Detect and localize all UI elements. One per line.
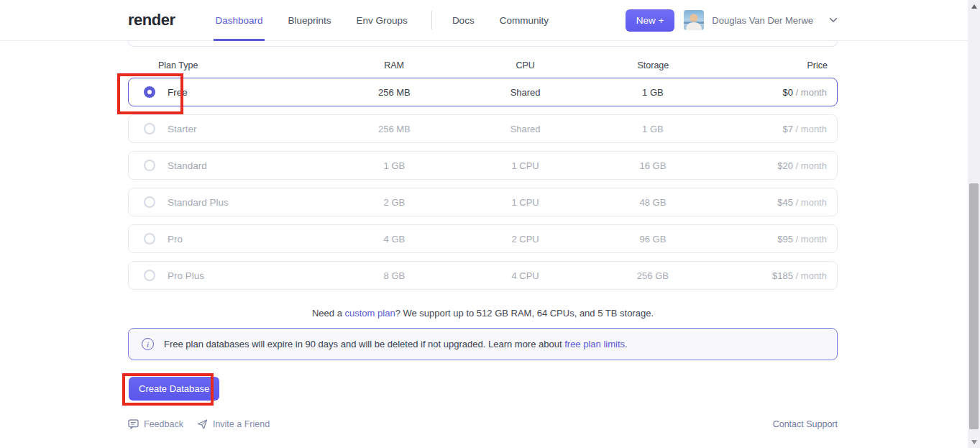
cpu-cell: 4 CPU: [462, 270, 589, 281]
plan-label: Pro: [168, 234, 183, 244]
plan-cell: Starter: [129, 123, 327, 134]
price-suffix: / month: [796, 270, 827, 281]
plan-cell: Free: [129, 86, 327, 98]
price-value: $0: [783, 87, 793, 98]
free-plan-info-banner: i Free plan databases will expire in 90 …: [128, 328, 838, 360]
plan-table-header: Plan Type RAM CPU Storage Price: [128, 60, 838, 70]
custom-plan-text-after: ? We support up to 512 GB RAM, 64 CPUs, …: [395, 308, 654, 319]
plan-row-starter[interactable]: Starter 256 MB Shared 1 GB $7 / month: [128, 114, 838, 143]
plan-radio[interactable]: [144, 196, 155, 208]
cpu-cell: 1 CPU: [462, 160, 589, 171]
plan-radio[interactable]: [144, 270, 155, 281]
custom-plan-note: Need a custom plan? We support up to 512…: [128, 308, 838, 319]
custom-plan-text-before: Need a: [312, 308, 345, 319]
ram-cell: 256 MB: [327, 87, 462, 98]
nav-link-dashboard[interactable]: Dashboard: [214, 0, 264, 41]
invite-friend-link[interactable]: Invite a Friend: [197, 419, 270, 429]
plan-row-standard[interactable]: Standard 1 GB 1 CPU 16 GB $20 / month: [128, 151, 838, 180]
storage-cell: 256 GB: [589, 270, 716, 281]
cpu-cell: Shared: [462, 87, 589, 98]
price-suffix: / month: [796, 160, 827, 171]
previous-section-cutoff: [128, 41, 838, 47]
price-suffix: / month: [796, 87, 827, 98]
plan-label: Standard: [168, 160, 207, 171]
user-name[interactable]: Douglas Van Der Merwe: [712, 15, 813, 26]
user-avatar[interactable]: [684, 10, 704, 30]
storage-cell: 16 GB: [589, 160, 716, 171]
plan-label: Pro Plus: [168, 270, 204, 281]
price-cell: $45 / month: [717, 197, 837, 208]
feedback-link[interactable]: Feedback: [128, 419, 183, 429]
invite-friend-label: Invite a Friend: [213, 419, 270, 429]
price-cell: $185 / month: [717, 270, 837, 281]
create-database-button[interactable]: Create Database: [129, 377, 219, 401]
contact-support-label: Contact Support: [773, 419, 838, 429]
main-content: Plan Type RAM CPU Storage Price Free 256…: [128, 41, 838, 429]
custom-plan-link[interactable]: custom plan: [345, 308, 395, 319]
plan-cell: Pro Plus: [129, 270, 327, 281]
plan-radio[interactable]: [144, 233, 155, 244]
banner-text-before: Free plan databases will expire in 90 da…: [164, 339, 564, 349]
price-suffix: / month: [796, 124, 827, 134]
plan-radio[interactable]: [144, 86, 155, 98]
price-value: $45: [777, 197, 793, 208]
price-cell: $0 / month: [717, 87, 837, 98]
plan-row-pro[interactable]: Pro 4 GB 2 CPU 96 GB $95 / month: [128, 224, 838, 253]
plan-cell: Standard Plus: [129, 196, 327, 208]
plan-cell: Pro: [129, 233, 327, 244]
storage-cell: 1 GB: [589, 87, 716, 98]
plan-cell: Standard: [129, 160, 327, 171]
ram-cell: 2 GB: [327, 197, 462, 208]
nav-link-env-groups[interactable]: Env Groups: [355, 0, 409, 41]
feedback-icon: [128, 419, 139, 429]
info-icon: i: [142, 338, 154, 350]
free-plan-limits-link[interactable]: free plan limits: [564, 339, 625, 349]
cpu-cell: 2 CPU: [462, 234, 589, 244]
price-cell: $20 / month: [717, 160, 837, 171]
scrollbar-down-arrow[interactable]: [968, 436, 980, 448]
plan-label: Free: [168, 87, 188, 98]
contact-support-link[interactable]: Contact Support: [773, 419, 838, 429]
new-button[interactable]: New +: [626, 9, 675, 32]
cpu-cell: Shared: [462, 124, 589, 134]
scrollbar-up-arrow[interactable]: [968, 0, 980, 12]
avatar-photo: [684, 10, 704, 30]
nav-link-community[interactable]: Community: [498, 0, 550, 41]
ram-cell: 4 GB: [327, 234, 462, 244]
plan-radio[interactable]: [144, 123, 155, 134]
feedback-label: Feedback: [144, 419, 183, 429]
header-storage: Storage: [590, 60, 718, 70]
plan-row-pro-plus[interactable]: Pro Plus 8 GB 4 CPU 256 GB $185 / month: [128, 261, 838, 290]
price-cell: $7 / month: [717, 124, 837, 134]
price-value: $7: [783, 124, 793, 134]
header-cpu: CPU: [462, 60, 590, 70]
header-plan-type: Plan Type: [128, 60, 326, 70]
paper-plane-icon: [197, 419, 208, 429]
page-footer: Feedback Invite a Friend Contact Support: [128, 419, 838, 429]
ram-cell: 1 GB: [327, 160, 462, 171]
chevron-down-icon[interactable]: [829, 17, 838, 23]
price-cell: $95 / month: [717, 234, 837, 244]
render-dashboard-page: render DashboardBlueprintsEnv GroupsDocs…: [0, 0, 980, 448]
price-value: $20: [777, 160, 793, 171]
ram-cell: 256 MB: [327, 124, 462, 134]
vertical-scrollbar[interactable]: [968, 0, 980, 448]
nav-links: DashboardBlueprintsEnv GroupsDocsCommuni…: [214, 0, 572, 40]
nav-link-blueprints[interactable]: Blueprints: [287, 0, 333, 41]
scrollbar-thumb[interactable]: [969, 183, 979, 429]
header-ram: RAM: [326, 60, 462, 70]
price-suffix: / month: [796, 197, 827, 208]
plan-label: Starter: [168, 124, 197, 134]
storage-cell: 96 GB: [589, 234, 716, 244]
render-logo[interactable]: render: [128, 11, 175, 29]
cpu-cell: 1 CPU: [462, 197, 589, 208]
ram-cell: 8 GB: [327, 270, 462, 281]
top-nav: render DashboardBlueprintsEnv GroupsDocs…: [0, 0, 968, 41]
price-value: $95: [777, 234, 793, 244]
plan-radio[interactable]: [144, 160, 155, 171]
price-value: $185: [772, 270, 793, 281]
plan-row-free[interactable]: Free 256 MB Shared 1 GB $0 / month: [128, 78, 838, 106]
plan-row-standard-plus[interactable]: Standard Plus 2 GB 1 CPU 48 GB $45 / mon…: [128, 188, 838, 216]
price-suffix: / month: [796, 234, 827, 244]
nav-link-docs[interactable]: Docs: [451, 0, 476, 41]
